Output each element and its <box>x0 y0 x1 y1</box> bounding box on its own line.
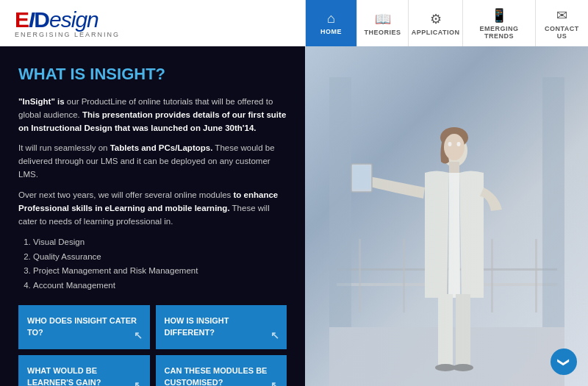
paragraph-3: Over next two years, we will offer sever… <box>18 189 287 228</box>
btn3-label: WHAT WOULD BE LEARNER'S GAIN? <box>27 366 101 386</box>
logo-area: EIDesign ENERGISING LEARNING <box>0 9 305 38</box>
section-title: WHAT IS INSIGHT? <box>18 65 287 84</box>
logo-d: D <box>34 7 49 32</box>
list-item-2: Quality Assurance <box>33 250 287 265</box>
paragraph-1: "InSight" is our ProductLine of online t… <box>18 96 287 135</box>
cursor-icon-2: ↖ <box>270 329 279 343</box>
nav-label-contact: CONTACT US <box>543 25 581 40</box>
header: EIDesign ENERGISING LEARNING ⌂ HOME 📖 TH… <box>0 0 588 46</box>
nav-item-application[interactable]: ⚙ APPLICATION <box>408 0 462 46</box>
cursor-icon-4: ↖ <box>270 379 279 386</box>
nav-item-theories[interactable]: 📖 THEORIES <box>356 0 408 46</box>
paragraph-2: It will run seamlessly on Tablets and PC… <box>18 142 287 181</box>
p2-bold: Tablets and PCs/Laptops. <box>110 143 213 152</box>
p3-text: Over next two years, we will offer sever… <box>18 190 234 199</box>
hero-image <box>305 46 588 386</box>
left-panel: WHAT IS INSIGHT? "InSight" is our Produc… <box>0 46 305 386</box>
btn-who-does[interactable]: WHO DOES INSIGHT CATER TO? ↖ <box>18 305 150 349</box>
nav-label-application: APPLICATION <box>412 29 460 36</box>
btn-learner-gain[interactable]: WHAT WOULD BE LEARNER'S GAIN? ↖ <box>18 355 150 387</box>
list-item-4: Account Management <box>33 279 287 293</box>
btn2-label: HOW IS INSIGHT DIFFERENT? <box>165 316 229 336</box>
logo-subtitle: ENERGISING LEARNING <box>15 31 305 38</box>
btn4-label: CAN THESE MODULES BE CUSTOMISED? <box>165 366 268 386</box>
nav-item-home[interactable]: ⌂ HOME <box>305 0 356 46</box>
insight-label: "InSight" is <box>18 97 65 106</box>
nav-label-theories: THEORIES <box>365 29 401 36</box>
btn-how-different[interactable]: HOW IS INSIGHT DIFFERENT? ↖ <box>156 305 287 349</box>
btn-customised[interactable]: CAN THESE MODULES BE CUSTOMISED? ↖ <box>156 355 287 387</box>
nav-item-emerging-trends[interactable]: 📱 EMERGING TRENDS <box>462 0 535 46</box>
gear-icon: ⚙ <box>430 11 442 27</box>
list-item-3: Project Management and Risk Management <box>33 264 287 279</box>
list-item-1: Visual Design <box>33 235 287 250</box>
right-panel: ❯ <box>305 46 588 386</box>
p2-text: It will run seamlessly on <box>18 143 110 152</box>
logo-esign: esign <box>49 7 98 32</box>
cursor-icon-1: ↖ <box>134 329 143 343</box>
envelope-icon: ✉ <box>556 7 567 24</box>
logo: EIDesign <box>15 9 305 31</box>
module-list: Visual Design Quality Assurance Project … <box>33 235 287 293</box>
mobile-icon: 📱 <box>491 7 507 24</box>
scroll-down-button[interactable]: ❯ <box>551 349 577 375</box>
image-overlay <box>305 46 588 386</box>
book-icon: 📖 <box>375 11 391 27</box>
nav-label-home: HOME <box>320 28 342 35</box>
home-icon: ⌂ <box>327 11 335 26</box>
cta-button-grid: WHO DOES INSIGHT CATER TO? ↖ HOW IS INSI… <box>18 305 287 387</box>
btn1-label: WHO DOES INSIGHT CATER TO? <box>27 316 137 336</box>
logo-e: E <box>15 7 29 32</box>
cursor-icon-3: ↖ <box>134 379 143 386</box>
chevron-down-icon: ❯ <box>557 357 571 367</box>
nav-label-emerging: EMERGING TRENDS <box>470 25 528 40</box>
main-nav: ⌂ HOME 📖 THEORIES ⚙ APPLICATION 📱 EMERGI… <box>305 0 588 46</box>
main-content: WHAT IS INSIGHT? "InSight" is our Produc… <box>0 46 588 386</box>
nav-item-contact-us[interactable]: ✉ CONTACT US <box>535 0 588 46</box>
